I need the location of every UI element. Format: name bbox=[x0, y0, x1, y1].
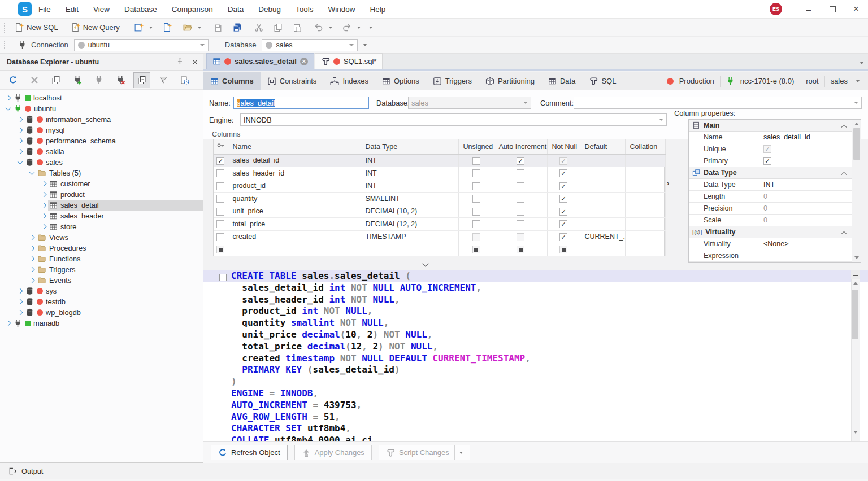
checkbox[interactable] bbox=[472, 182, 480, 190]
collapse-icon[interactable] bbox=[841, 172, 847, 177]
checkbox[interactable] bbox=[216, 169, 224, 177]
chevron-right-icon[interactable] bbox=[3, 96, 12, 100]
checkbox[interactable] bbox=[216, 246, 224, 253]
tree-item-sales-header[interactable]: sales_header bbox=[0, 211, 203, 221]
tree-item-product[interactable]: product bbox=[0, 189, 203, 200]
chevron-down-icon[interactable] bbox=[3, 107, 12, 111]
cut-button[interactable] bbox=[251, 21, 266, 34]
key-cell[interactable] bbox=[214, 180, 228, 193]
menu-comparison[interactable]: Comparison bbox=[172, 5, 213, 14]
checkbox[interactable] bbox=[472, 246, 480, 253]
name-cell[interactable]: sales_detail_id bbox=[228, 154, 361, 167]
key-cell[interactable] bbox=[214, 205, 228, 218]
unsigned-cell[interactable] bbox=[458, 167, 494, 180]
default-cell[interactable] bbox=[580, 193, 625, 205]
checkbox[interactable] bbox=[216, 195, 224, 203]
menu-tools[interactable]: Tools bbox=[296, 5, 314, 14]
property-value[interactable] bbox=[759, 250, 852, 261]
tree-item-localhost[interactable]: fill="none">localhost bbox=[0, 93, 203, 103]
apply-changes-button[interactable]: Apply Changes bbox=[294, 445, 372, 460]
datatype-cell[interactable]: INT bbox=[361, 154, 458, 167]
collation-cell[interactable] bbox=[625, 180, 665, 193]
tree-item-sales-detail[interactable]: sales_detail bbox=[0, 200, 203, 211]
autoincrement-cell[interactable] bbox=[494, 154, 547, 167]
property-value[interactable]: 0 bbox=[759, 215, 852, 226]
datatype-cell[interactable]: INT bbox=[361, 180, 458, 193]
menu-data[interactable]: Data bbox=[228, 5, 244, 14]
grid-row[interactable]: product_idINT bbox=[214, 180, 665, 193]
name-cell[interactable]: sales_header_id bbox=[228, 167, 361, 180]
datatype-cell[interactable] bbox=[361, 243, 458, 256]
tree-item-mariadb[interactable]: fill="none">mariadb bbox=[0, 318, 203, 329]
datatype-cell[interactable]: INT bbox=[361, 167, 458, 180]
paste-button[interactable] bbox=[290, 21, 305, 34]
tab-options[interactable]: Options bbox=[375, 72, 426, 90]
chevron-right-icon[interactable] bbox=[39, 182, 48, 186]
chevron-down-icon[interactable] bbox=[15, 160, 24, 164]
unsigned-cell[interactable] bbox=[458, 193, 494, 205]
explorer-close-icon[interactable] bbox=[192, 59, 198, 65]
chevron-right-icon[interactable] bbox=[27, 278, 36, 282]
table-name-input[interactable]: sales_detail bbox=[233, 97, 369, 109]
default-cell[interactable] bbox=[580, 180, 625, 193]
tab-data[interactable]: Data bbox=[541, 72, 582, 90]
tree-item-store[interactable]: store bbox=[0, 221, 203, 232]
column-header-not-null[interactable]: Not Null bbox=[547, 139, 580, 154]
chevron-right-icon[interactable] bbox=[39, 193, 48, 196]
checkbox[interactable] bbox=[559, 157, 567, 165]
collation-cell[interactable] bbox=[625, 218, 665, 231]
checkbox[interactable] bbox=[517, 208, 524, 216]
chevron-right-icon[interactable] bbox=[27, 246, 36, 250]
checkbox[interactable] bbox=[216, 220, 224, 228]
tab-triggers[interactable]: Triggers bbox=[426, 72, 479, 90]
sql-scroll-up-icon[interactable] bbox=[853, 282, 858, 285]
grid-expander-arrow[interactable]: › bbox=[667, 179, 669, 187]
tree-item-sys[interactable]: sys bbox=[0, 286, 203, 296]
tree-item-ubuntu[interactable]: fill="none">ubuntu bbox=[0, 103, 203, 114]
checkbox[interactable] bbox=[763, 157, 771, 165]
chevron-down-icon[interactable] bbox=[27, 171, 36, 175]
checkbox[interactable] bbox=[517, 182, 524, 190]
default-cell[interactable] bbox=[580, 154, 625, 167]
database-toolbar-dropdown[interactable] bbox=[363, 44, 367, 46]
sql-scrollbar-thumb[interactable] bbox=[852, 290, 858, 339]
menu-file[interactable]: File bbox=[38, 5, 51, 14]
tree-item-customer[interactable]: customer bbox=[0, 178, 203, 189]
chevron-right-icon[interactable] bbox=[15, 311, 24, 314]
new-query-button[interactable]: New Query bbox=[67, 21, 124, 34]
doc-tab-sales-sales-detail[interactable]: sales.sales_detail✕ bbox=[206, 53, 314, 69]
database-context-select[interactable]: sales bbox=[831, 77, 848, 85]
scroll-up-icon[interactable] bbox=[854, 123, 859, 125]
tree-item-information-schema[interactable]: information_schema bbox=[0, 114, 203, 125]
property-value[interactable] bbox=[759, 143, 852, 155]
checkbox[interactable] bbox=[559, 246, 567, 253]
checkbox[interactable] bbox=[517, 220, 524, 228]
datatype-cell[interactable]: SMALLINT bbox=[361, 193, 458, 205]
tab-partitioning[interactable]: Partitioning bbox=[479, 72, 541, 90]
tree-item-wp-blogdb[interactable]: wp_blogdb bbox=[0, 307, 203, 318]
comment-input[interactable] bbox=[574, 97, 862, 109]
property-value[interactable]: INT bbox=[759, 179, 852, 190]
property-value[interactable]: 0 bbox=[759, 203, 852, 214]
open-file-button[interactable] bbox=[180, 21, 195, 34]
checkbox[interactable] bbox=[472, 195, 480, 203]
collapse-icon[interactable] bbox=[841, 124, 847, 130]
tab-list-dropdown[interactable] bbox=[860, 62, 863, 64]
grid-scroll-down-icon[interactable] bbox=[422, 260, 428, 266]
name-cell[interactable]: created bbox=[228, 230, 361, 243]
checkbox[interactable] bbox=[216, 182, 224, 190]
checkbox[interactable] bbox=[559, 220, 567, 228]
default-cell[interactable] bbox=[580, 243, 625, 256]
checkbox[interactable] bbox=[763, 145, 771, 153]
checkbox[interactable] bbox=[559, 233, 567, 241]
unsigned-cell[interactable] bbox=[458, 230, 494, 243]
account-avatar[interactable]: ES bbox=[770, 3, 782, 15]
checkbox[interactable] bbox=[472, 208, 480, 216]
column-header-data-type[interactable]: Data Type bbox=[361, 139, 458, 154]
doc-tab-sql1-sql-[interactable]: SQL1.sql* bbox=[315, 53, 383, 69]
checkbox[interactable] bbox=[472, 169, 480, 177]
grid-row[interactable]: sales_header_idINT bbox=[214, 167, 665, 180]
collation-cell[interactable] bbox=[625, 154, 665, 167]
unsigned-cell[interactable] bbox=[458, 243, 494, 256]
property-value[interactable] bbox=[759, 155, 852, 167]
